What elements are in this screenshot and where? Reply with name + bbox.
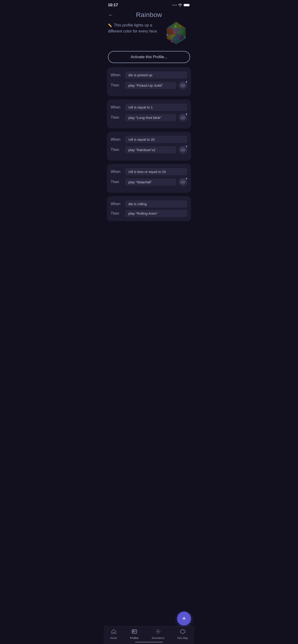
rule-5-when-row: When die is rolling: [111, 200, 187, 208]
then-value-2[interactable]: play "Long Red blink": [125, 114, 176, 121]
battery-icon: [184, 4, 190, 7]
activate-profile-button[interactable]: Activate this Profile...: [108, 51, 190, 63]
when-value-1[interactable]: die is picked up: [125, 72, 187, 78]
description-block: ✏️ This profile lights up a different co…: [108, 22, 160, 34]
rule-2-then-row: Then play "Long Red blink" d20: [111, 113, 187, 122]
svg-rect-2: [184, 4, 189, 6]
svg-text:d20: d20: [181, 84, 184, 87]
then-label-1: Then: [111, 83, 123, 88]
then-value-4[interactable]: play "Waterfall": [125, 178, 176, 186]
when-value-4[interactable]: roll is less or equal to 20: [125, 168, 187, 175]
rule-card-4[interactable]: When roll is less or equal to 20 Then pl…: [107, 164, 191, 193]
description-text: This profile lights up a different color…: [108, 23, 158, 34]
rule-3-when-row: When roll is equal to 20: [111, 136, 187, 143]
rules-container: When die is picked up Then play "Picked …: [104, 67, 194, 244]
chevron-down-icon-2[interactable]: ▾: [186, 112, 187, 116]
status-icons: [172, 4, 190, 7]
rule-1-when-row: When die is picked up: [111, 72, 187, 78]
rule-3-then-row: Then play "Rainbow"x2 d20: [111, 145, 187, 154]
then-value-3[interactable]: play "Rainbow"x2: [125, 146, 176, 154]
rule-card-5[interactable]: When die is rolling Then play "Rolling A…: [107, 196, 191, 221]
when-label-3: When: [111, 138, 123, 142]
chevron-down-icon-1[interactable]: ▾: [186, 80, 187, 84]
then-label-3: Then: [111, 148, 123, 152]
then-value-5[interactable]: play "Rolling Anim": [125, 210, 187, 217]
svg-point-25: [166, 34, 168, 36]
svg-text:8: 8: [174, 31, 175, 34]
header: ← Rainbow: [104, 9, 194, 20]
when-label-1: When: [111, 73, 123, 77]
rule-card-2[interactable]: When roll is equal to 1 Then play "Long …: [107, 100, 191, 128]
svg-text:9: 9: [174, 39, 175, 41]
when-value-5[interactable]: die is rolling: [125, 200, 187, 208]
back-button[interactable]: ←: [108, 12, 114, 18]
chevron-down-icon-3[interactable]: ▾: [186, 144, 187, 148]
then-label-5: Then: [111, 212, 123, 216]
svg-text:a: a: [179, 24, 180, 27]
svg-text:d20: d20: [181, 149, 184, 151]
dice-image: 2 a 8 3 9 d: [162, 20, 190, 48]
status-bar: 10:17: [104, 0, 194, 9]
svg-text:d20: d20: [181, 116, 184, 119]
when-label-4: When: [111, 170, 123, 174]
when-value-3[interactable]: roll is equal to 20: [125, 136, 187, 143]
page-title: Rainbow: [136, 11, 162, 18]
rule-1-then-row: Then play "Picked Up Solid" d20: [111, 81, 187, 90]
rule-card-1[interactable]: When die is picked up Then play "Picked …: [107, 67, 191, 96]
edit-icon: ✏️: [108, 24, 112, 27]
svg-text:d20: d20: [181, 181, 184, 183]
then-value-1[interactable]: play "Picked Up Solid": [125, 82, 176, 89]
then-label-4: Then: [111, 180, 123, 184]
chevron-down-icon-4[interactable]: ▾: [186, 177, 187, 180]
wifi-icon: [178, 4, 182, 7]
rule-5-then-row: Then play "Rolling Anim": [111, 210, 187, 217]
rule-4-then-row: Then play "Waterfall" d20: [111, 178, 187, 186]
svg-text:2: 2: [175, 25, 176, 28]
rainbow-dice-svg: 2 a 8 3 9 d: [162, 20, 190, 48]
profile-description-area: ✏️ This profile lights up a different co…: [104, 20, 194, 48]
svg-text:d: d: [178, 38, 178, 40]
svg-text:3: 3: [179, 34, 180, 37]
rule-card-3[interactable]: When roll is equal to 20 Then play "Rain…: [107, 132, 191, 161]
status-time: 10:17: [108, 3, 118, 8]
when-label-2: When: [111, 105, 123, 110]
then-label-2: Then: [111, 116, 123, 120]
rule-2-when-row: When roll is equal to 1: [111, 104, 187, 111]
svg-point-27: [171, 41, 173, 43]
rule-4-when-row: When roll is less or equal to 20: [111, 168, 187, 175]
svg-rect-1: [189, 5, 190, 6]
svg-point-26: [184, 37, 186, 38]
signal-icon: [172, 5, 177, 6]
when-value-2[interactable]: roll is equal to 1: [125, 104, 187, 111]
when-label-5: When: [111, 202, 123, 206]
